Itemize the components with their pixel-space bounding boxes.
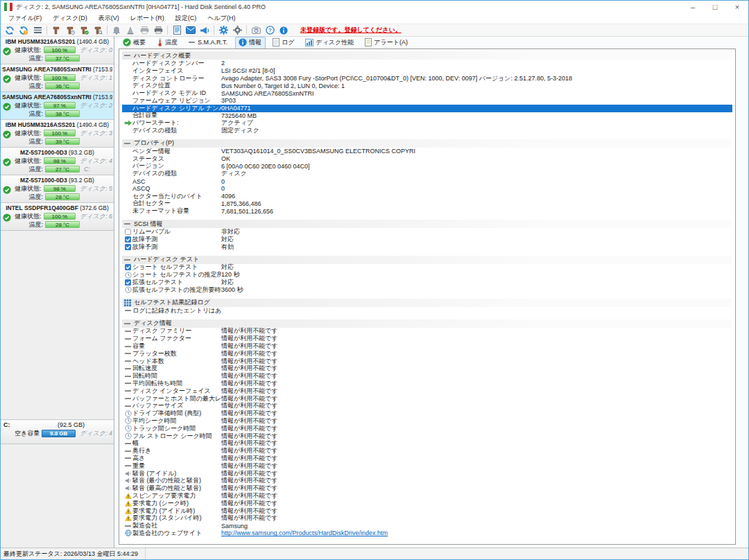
- disk-number-label: ディスク: 6: [80, 212, 112, 221]
- row-value: ディスク: [221, 169, 732, 178]
- tab-label: ディスク性能: [316, 38, 354, 47]
- website-link[interactable]: http://www.samsung.com/Products/HardDisk…: [221, 530, 732, 536]
- toolbar-button-snapshot[interactable]: ?: [249, 24, 263, 36]
- info-row[interactable]: 故障予測 有効: [122, 243, 732, 251]
- doc-icon: [273, 38, 279, 46]
- temperature-label: 温度:: [15, 165, 45, 174]
- sidebar-disk-entry[interactable]: IBM HUSMM3216ASS201 (1490.4 GB) 健康状態: 10…: [1, 120, 114, 148]
- partition-disk-label: ディスク: 4: [80, 429, 112, 438]
- disk-capacity: (372.6 GB): [80, 204, 109, 211]
- info-row[interactable]: 拡張セルフテストの推定所要時間 3600 秒: [122, 286, 732, 294]
- tab-log[interactable]: ログ: [269, 37, 298, 49]
- dash-icon: [123, 390, 132, 392]
- toolbar-button-help[interactable]: ?: [263, 24, 277, 36]
- section-rows: ハードディスク ナンバー 2 インターフェイス LSI SCSI #2/1 [8…: [122, 60, 734, 134]
- temperature-value: 28 °C: [46, 194, 79, 200]
- toolbar-button-device-d[interactable]: [151, 24, 165, 36]
- speaker-icon: [123, 485, 132, 491]
- tab-smart[interactable]: S.M.A.R.T.: [185, 37, 232, 48]
- sidebar-disk-entry[interactable]: INTEL SSDPFR1Q400GBF (372.6 GB) 健康状態: 10…: [1, 203, 114, 231]
- clock-icon: [123, 417, 132, 424]
- temperature-bar: 28 °C: [45, 221, 80, 228]
- tab-information[interactable]: 情報: [235, 37, 266, 49]
- tab-overview[interactable]: 概要: [119, 37, 150, 49]
- toolbar-button-disk-list[interactable]: [31, 24, 44, 36]
- toolbar-button-refresh[interactable]: [3, 24, 17, 36]
- sidebar-disk-entry[interactable]: SAMSUNG AREA76805SxnNTRI (7153.9 GB) 健康状…: [1, 64, 114, 92]
- health-bar: 100 %: [44, 74, 76, 81]
- toolbar-button-preferences[interactable]: [230, 24, 244, 36]
- thermometer-icon: [157, 38, 163, 46]
- tab-temperature[interactable]: 温度: [153, 37, 182, 49]
- register-notice-link[interactable]: 未登録版です。登録してください。: [300, 26, 402, 35]
- health-bar: 100 %: [44, 46, 76, 53]
- menu-item[interactable]: ファイル(F): [3, 13, 47, 24]
- menu-item[interactable]: レポート(R): [125, 13, 170, 24]
- sidebar-disk-entry[interactable]: SAMSUNG AREA76805SxnNTRI (7153.9 GB) 健康状…: [1, 92, 114, 120]
- sidebar-disk-entry[interactable]: MZ-5S71000-0D3 (93.2 GB) 健康状態: 98 % ディスク…: [1, 148, 114, 175]
- health-bar: 100 %: [44, 213, 76, 220]
- row-label: デバイスの種類: [132, 126, 221, 135]
- info-row[interactable]: 未フォーマット容量 7,681,501,126,656: [122, 207, 732, 215]
- toolbar-button-device-b[interactable]: [123, 24, 137, 36]
- maximize-button[interactable]: □: [704, 1, 726, 13]
- toolbar-button-device-a[interactable]: [110, 24, 123, 36]
- disk-list: IBM HUSMM3216ASS201 (1490.4 GB) 健康状態: 10…: [1, 37, 114, 231]
- menu-item[interactable]: ヘルプ(H): [202, 13, 241, 24]
- row-value: Samsung: [221, 523, 732, 530]
- clock-icon: [123, 425, 132, 432]
- toolbar-button-refresh-alert[interactable]: [17, 24, 31, 36]
- row-label: 拡張セルフテストの推定所要時間: [132, 286, 221, 295]
- info-row[interactable]: ASC 0: [122, 177, 732, 185]
- row-value: 0: [221, 185, 732, 192]
- disk-model: MZ-5S71000-0D3: [20, 149, 69, 156]
- toolbar-button-device-c[interactable]: [137, 24, 151, 36]
- menu-bar: ファイル(F)ディスク(D)表示(V)レポート(R)設定(C)ヘルプ(H): [1, 13, 748, 24]
- row-value: 2: [221, 60, 732, 67]
- info-row[interactable]: デバイスの種類 固定ディスク: [122, 127, 732, 134]
- toolbar-button-tool-b[interactable]: [63, 24, 77, 36]
- sidebar-disk-entry[interactable]: MZ-5S71000-0D3 (93.2 GB) 健康状態: 98 % ディスク…: [1, 175, 114, 203]
- menu-item[interactable]: 設定(C): [170, 13, 203, 24]
- partition-entry-c[interactable]: C: (92.5 GB) 空き容量 9.8 GB ディスク: 4: [1, 419, 114, 444]
- info-section: ディスク情報 ディスク ファミリー 情報が利用不能です フォーム ファクター 情…: [122, 320, 734, 537]
- info-row[interactable]: ログに記録されたエントリはありません。: [122, 307, 732, 315]
- chart-icon: [305, 39, 313, 46]
- row-value: 7,681,501,126,656: [221, 208, 732, 215]
- menu-item[interactable]: 表示(V): [93, 13, 125, 24]
- toolbar-button-broadcast[interactable]: [198, 24, 212, 36]
- free-space-label: 空き容量: [15, 429, 42, 438]
- temperature-label: 温度:: [15, 82, 45, 91]
- sidebar-disk-entry[interactable]: IBM HUSMM3216ASS201 (1490.4 GB) 健康状態: 10…: [1, 37, 114, 64]
- health-ok-icon: [3, 47, 11, 55]
- health-ok-icon: [3, 213, 11, 222]
- toolbar-button-mail[interactable]: [184, 24, 198, 36]
- row-value: 3P03: [221, 97, 732, 104]
- info-row[interactable]: デバイスの種類 ディスク: [122, 170, 732, 177]
- menu-item[interactable]: ディスク(D): [47, 13, 92, 24]
- toolbar-button-tool-d[interactable]: [91, 24, 105, 36]
- toolbar-button-settings[interactable]: [216, 24, 230, 36]
- svg-text:?: ?: [268, 27, 272, 33]
- minimize-button[interactable]: –: [682, 1, 704, 13]
- close-button[interactable]: ×: [726, 1, 748, 13]
- temperature-value: 27 °C: [46, 166, 79, 172]
- toolbar-button-about[interactable]: [277, 24, 291, 36]
- section-dash-icon: [123, 142, 131, 145]
- partition-name: C:: [2, 421, 30, 429]
- temperature-value: 37 °C: [46, 55, 79, 61]
- row-value: SAMSUNG AREA76805SxnNTRI: [221, 90, 732, 97]
- warn-icon: [123, 493, 132, 499]
- temperature-label: 温度:: [15, 193, 45, 202]
- row-value: 0: [221, 178, 732, 185]
- status-bar: 最終更新ステータス: 2026/03/13 金曜日 5:44:29: [1, 548, 748, 559]
- tab-alerts[interactable]: アラート(A): [361, 37, 412, 49]
- clock-icon: [123, 432, 132, 439]
- info-row[interactable]: 製造会社のウェブサイト http://www.samsung.com/Produ…: [122, 530, 732, 537]
- temperature-value: 36 °C: [46, 83, 79, 89]
- section-rows: ベンダー情報 VET303AQ161014_0_SS0CV3BSAMSUNG E…: [122, 148, 734, 215]
- toolbar-button-report[interactable]: [170, 24, 184, 36]
- tab-performance[interactable]: ディスク性能: [302, 37, 358, 49]
- toolbar-button-tool-a[interactable]: [49, 24, 63, 36]
- toolbar-button-tool-c[interactable]: [77, 24, 91, 36]
